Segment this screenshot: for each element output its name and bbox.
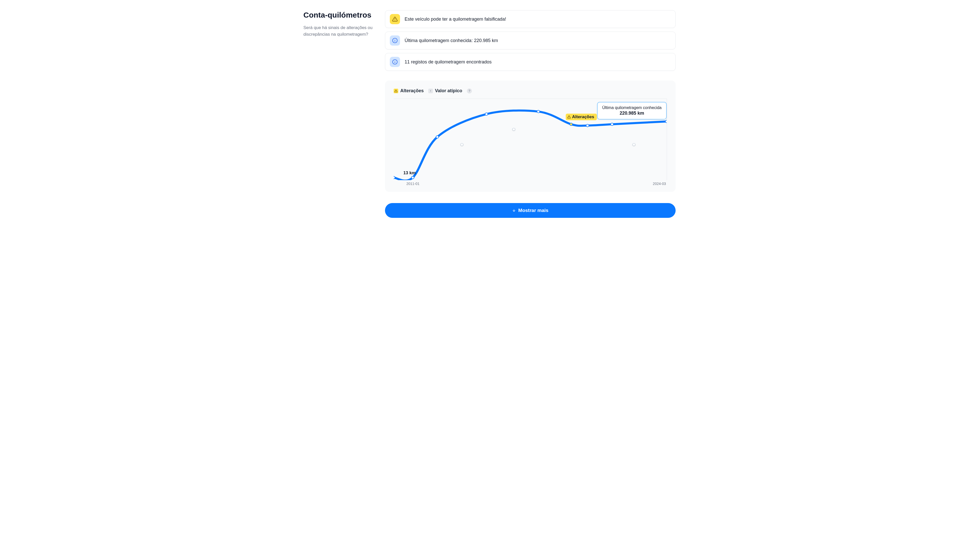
alert-info: 11 registos de quilometragem encontrados [385, 53, 676, 71]
svg-point-11 [513, 128, 515, 131]
alert-warning: Este veículo pode ter a quilometragem fa… [385, 10, 676, 28]
legend-alterations-label: Alterações [400, 88, 424, 93]
chart-legend: Alterações Valor atípico ? [394, 88, 667, 93]
svg-point-13 [394, 176, 395, 179]
help-icon[interactable]: ? [467, 88, 472, 93]
alert-text: 11 registos de quilometragem encontrados [404, 59, 491, 65]
legend-outlier-label: Valor atípico [435, 88, 462, 93]
tooltip-label: Última quilometragem conhecida [602, 105, 662, 110]
x-axis-start: 2011-01 [406, 182, 419, 186]
svg-point-10 [460, 143, 463, 146]
alteration-badge-label: Alterações [572, 114, 594, 120]
alert-info: Última quilometragem conhecida: 220.985 … [385, 32, 676, 50]
svg-point-17 [537, 110, 540, 113]
legend-outlier: Valor atípico [428, 88, 462, 93]
info-circle-icon [390, 35, 400, 46]
arrow-down-icon [512, 209, 516, 212]
svg-point-18 [570, 123, 573, 126]
x-axis-end: 2024-03 [653, 182, 666, 186]
section-title: Conta-quilómetros [303, 10, 375, 20]
main-content: Este veículo pode ter a quilometragem fa… [385, 10, 676, 218]
section-subtitle: Será que há sinais de alterações ou disc… [303, 25, 375, 38]
sidebar: Conta-quilómetros Será que há sinais de … [303, 10, 375, 218]
tooltip-value: 220.985 km [602, 110, 662, 116]
warning-triangle-icon [394, 89, 398, 93]
warning-triangle-icon [390, 14, 400, 24]
svg-point-15 [436, 136, 439, 138]
svg-point-20 [611, 123, 613, 126]
alert-text: Última quilometragem conhecida: 220.985 … [404, 38, 498, 43]
show-more-label: Mostrar mais [518, 208, 548, 213]
alteration-badge: Alterações [566, 113, 597, 120]
svg-point-14 [411, 176, 414, 179]
mileage-chart-card: Alterações Valor atípico ? 13 km Alteraç… [385, 80, 676, 192]
warning-triangle-icon [567, 115, 571, 119]
info-circle-icon [390, 57, 400, 67]
x-axis-labels: 2011-01 2024-03 [405, 180, 667, 186]
alert-text: Este veículo pode ter a quilometragem fa… [404, 17, 506, 22]
svg-point-21 [665, 120, 667, 123]
exclamation-icon [428, 89, 433, 93]
last-point-tooltip: Última quilometragem conhecida 220.985 k… [597, 102, 667, 120]
svg-point-16 [485, 113, 488, 115]
first-point-label: 13 km [403, 170, 416, 175]
show-more-button[interactable]: Mostrar mais [385, 203, 676, 218]
svg-point-12 [633, 143, 635, 146]
mileage-chart: 13 km Alterações Última quilometragem co… [394, 98, 667, 180]
legend-alterations: Alterações [394, 88, 424, 93]
svg-point-19 [586, 124, 589, 127]
